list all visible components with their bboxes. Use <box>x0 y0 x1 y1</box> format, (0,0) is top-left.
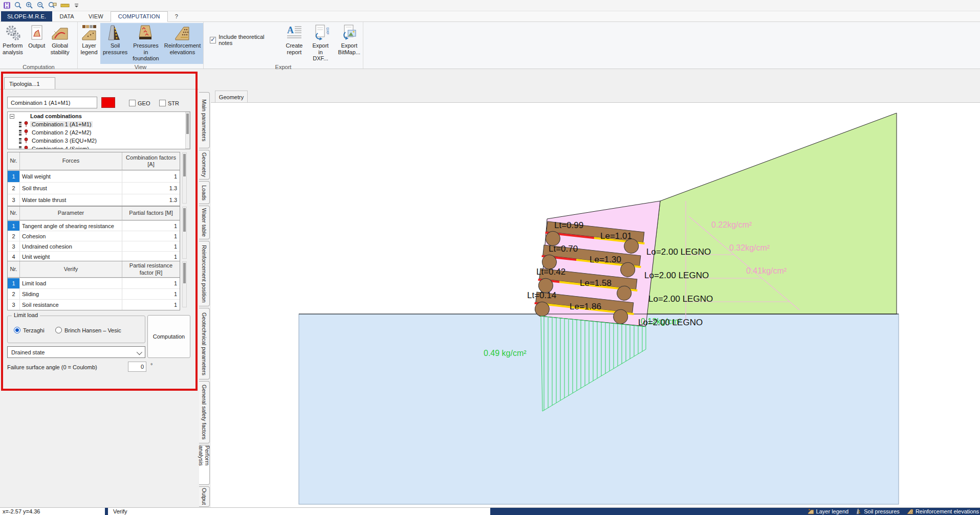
tree-root[interactable]: Load combinations <box>8 112 190 120</box>
soil-pressures-button[interactable]: Soil pressures <box>100 23 130 64</box>
tab-help[interactable]: ? <box>168 12 185 21</box>
computation-button[interactable]: Computation <box>147 315 190 358</box>
perform-analysis-button[interactable]: Perform analysis <box>0 23 26 64</box>
factor-value[interactable]: 1 <box>122 231 180 241</box>
factor-value[interactable]: 1 <box>122 171 180 182</box>
tree-scrollbar[interactable] <box>185 112 190 149</box>
table-row[interactable]: 3 Undrained cohesion 1 <box>8 241 180 251</box>
checkbox-label: Include theoretical notes <box>219 34 275 46</box>
tab-loads[interactable]: Loads <box>199 181 210 204</box>
degree-unit: ° <box>150 362 153 368</box>
status-toggles: Layer legend Soil pressures Reinforcemen… <box>808 508 979 515</box>
tree-item-combination-3[interactable]: Combination 3 (EQU+M2) <box>8 137 190 145</box>
forces-table-scrollbar[interactable] <box>182 152 187 204</box>
row-number: 2 <box>8 183 20 194</box>
zoom-selection-icon[interactable] <box>48 2 57 9</box>
table-row[interactable]: 2 Soil thrust 1.3 <box>8 182 180 194</box>
table-row[interactable]: 3 Soil resistance 1 <box>8 299 180 310</box>
earth-pressure-label: 0.41kg/cm² <box>746 266 787 275</box>
terzaghi-radio[interactable]: Terzaghi <box>14 327 45 333</box>
layer-legend-button[interactable]: Layer legend <box>78 23 100 64</box>
tree-item-combination-1[interactable]: Combination 1 (A1+M1) <box>8 120 190 128</box>
save-icon[interactable] <box>3 2 11 9</box>
table-row[interactable]: 2 Cohesion 1 <box>8 231 180 241</box>
soil-pressures-icon <box>856 508 862 514</box>
tree-item-combination-4[interactable]: Combination 4 (Seism) <box>8 145 190 149</box>
create-report-button[interactable]: A Create report <box>283 23 306 64</box>
table-row[interactable]: 1 Tangent angle of shearing resistance 1 <box>8 220 180 231</box>
failure-angle-input[interactable]: 0 <box>128 362 146 372</box>
tab-geotechnical-parameters[interactable]: Geotechnical parameters <box>199 308 210 379</box>
factor-value[interactable]: 1 <box>122 278 180 288</box>
force-name: Soil thrust <box>20 183 122 194</box>
radio-icon <box>14 327 20 333</box>
tab-general-safety-factors[interactable]: General safety factors <box>199 381 210 443</box>
table-row[interactable]: 1 Wall weight 1 <box>8 170 180 182</box>
panel-tab-tipologia[interactable]: Tipologia...1 <box>4 77 55 89</box>
row-number: 1 <box>8 278 20 288</box>
zoom-window-icon[interactable] <box>14 2 22 9</box>
parameters-table-scrollbar[interactable] <box>182 207 187 259</box>
tab-computation[interactable]: COMPUTATION <box>111 11 168 22</box>
tree-item-combination-2[interactable]: Combination 2 (A2+M2) <box>8 128 190 137</box>
pressures-in-foundation-button[interactable]: Pressures in foundation <box>130 23 161 64</box>
table-row[interactable]: 2 Sliding 1 <box>8 288 180 299</box>
table-row[interactable]: 3 Water table thrust 1.3 <box>8 194 180 206</box>
reinforcement-elevations-toggle[interactable]: Reinforcement elevations <box>907 508 979 514</box>
soil-pressures-toggle[interactable]: Soil pressures <box>856 508 900 514</box>
str-checkbox[interactable]: STR <box>159 100 179 106</box>
output-button[interactable]: Output <box>26 23 48 64</box>
tab-data[interactable]: DATA <box>52 12 81 21</box>
geo-checkbox[interactable]: GEO <box>129 100 150 106</box>
table-row[interactable]: 1 Limit load 1 <box>8 278 180 288</box>
earth-pressure-label: 0.22kg/cm² <box>711 220 752 229</box>
tab-reinforcement-position[interactable]: Reinforcement position <box>199 241 210 306</box>
combination-name-input[interactable]: Combination 1 (A1+M1) <box>7 97 97 108</box>
measure-icon[interactable] <box>60 2 70 9</box>
verify-table-scrollbar[interactable] <box>182 261 187 307</box>
drainage-state-select[interactable]: Drained state <box>7 346 145 358</box>
radio-label: Terzaghi <box>23 327 45 333</box>
le-label: Le=1.30 <box>590 255 621 264</box>
output-document-icon <box>28 24 46 41</box>
reinforcement-elevations-button[interactable]: Reinforcement elevations <box>162 23 204 64</box>
checkbox-label: GEO <box>138 100 150 106</box>
geometry-drawing: 0.22kg/cm² 0.32kg/cm² 0.41kg/cm² 0.49 kg… <box>211 103 980 508</box>
tab-perform-analysis[interactable]: Perform analysis <box>199 445 210 485</box>
combination-color-swatch[interactable] <box>101 97 115 108</box>
layer-legend-toggle[interactable]: Layer legend <box>808 508 849 514</box>
include-theoretical-notes-checkbox[interactable]: Include theoretical notes <box>210 34 275 46</box>
lo-label: Lo=2.00 LEGNO <box>648 294 713 304</box>
tab-view[interactable]: VIEW <box>81 12 111 21</box>
factor-value[interactable]: 1 <box>122 221 180 231</box>
button-label: Soil pressures <box>103 42 127 55</box>
pressures-foundation-icon <box>137 24 155 41</box>
zoom-in-icon[interactable] <box>26 2 33 9</box>
table-row[interactable]: 4 Unit weight 1 <box>8 251 180 261</box>
tab-water-table[interactable]: Water table <box>199 206 210 239</box>
grid-icon <box>19 138 22 144</box>
parameter-name: Cohesion <box>20 231 122 241</box>
brinch-hansen-vesic-radio[interactable]: Brinch Hansen – Vesic <box>55 327 121 333</box>
collapse-icon[interactable] <box>10 114 14 119</box>
row-number: 1 <box>8 221 20 231</box>
customize-dropdown-icon[interactable] <box>74 2 79 9</box>
factor-value[interactable]: 1 <box>122 241 180 251</box>
tab-geometry[interactable]: Geometry <box>199 150 210 180</box>
global-stability-button[interactable]: Global stability <box>48 23 72 64</box>
tab-slope-mre[interactable]: SLOPE-M.R.E. <box>1 11 52 21</box>
verify-name: Sliding <box>20 289 122 299</box>
factor-value[interactable]: 1.3 <box>122 183 180 194</box>
canvas-tab-geometry[interactable]: Geometry <box>215 91 248 103</box>
tab-main-parameters[interactable]: Main parameters <box>199 92 210 148</box>
grid-icon <box>19 146 22 150</box>
zoom-out-icon[interactable] <box>37 2 45 9</box>
export-bitmap-button[interactable]: Export BitMap... <box>336 23 363 64</box>
ribbon-tab-bar: SLOPE-M.R.E. DATA VIEW COMPUTATION ? <box>0 11 980 22</box>
tab-output[interactable]: Output <box>199 486 210 507</box>
export-dxf-button[interactable]: DXF Export in DXF... <box>308 23 333 64</box>
factor-value[interactable]: 1 <box>122 252 180 261</box>
factor-value[interactable]: 1.3 <box>122 194 180 206</box>
factor-value[interactable]: 1 <box>122 289 180 299</box>
factor-value[interactable]: 1 <box>122 300 180 310</box>
